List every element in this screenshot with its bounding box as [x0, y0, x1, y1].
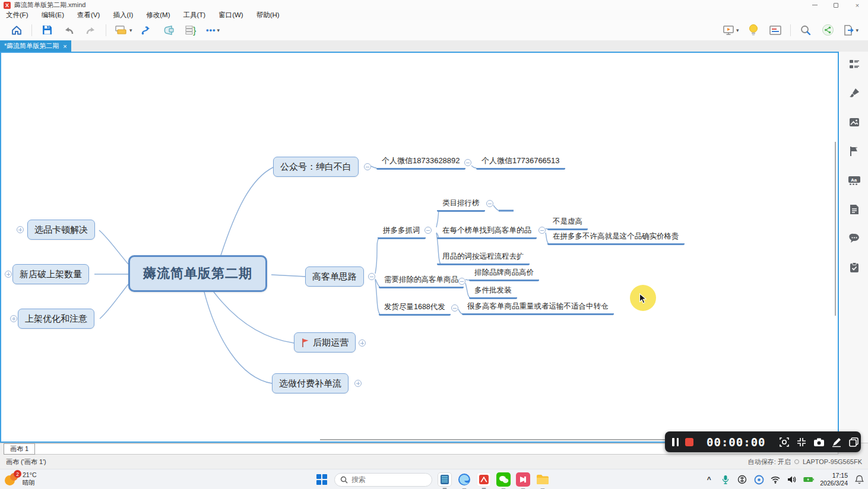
microphone-tray-icon[interactable]	[720, 474, 731, 485]
topic-shape-button[interactable]: ▾	[114, 23, 132, 38]
share-button[interactable]	[821, 23, 835, 38]
image-panel-button[interactable]	[848, 116, 861, 129]
home-button[interactable]	[9, 23, 24, 38]
collapse-toggle[interactable]	[364, 163, 371, 170]
topic-expand-keywords[interactable]: 用品的词按远程流程去扩	[437, 250, 530, 265]
search-button[interactable]	[799, 23, 813, 38]
format-panel-button[interactable]	[848, 87, 861, 100]
topic-exclude-brand[interactable]: 排除品牌商品高价	[469, 266, 539, 281]
notification-bell-icon[interactable]	[854, 474, 864, 485]
menu-help[interactable]: 帮助(H)	[256, 11, 280, 20]
collapse-toggle[interactable]	[17, 226, 24, 233]
restore-button[interactable]	[825, 0, 847, 10]
collapse-toggle[interactable]	[458, 278, 465, 285]
tab-close-icon[interactable]: ×	[63, 43, 66, 50]
collapse-toggle[interactable]	[5, 271, 12, 278]
screenshot-button[interactable]	[813, 436, 825, 448]
topic-later-operation[interactable]: 后期运营	[294, 332, 356, 353]
presentation-button[interactable]: ▾	[722, 23, 739, 38]
xmind-taskbar-icon[interactable]	[477, 472, 491, 487]
more-tools-button[interactable]: ••• ▾	[206, 23, 220, 38]
zoom-record-button[interactable]	[779, 436, 790, 448]
topic-left-2[interactable]: 新店破上架数量	[12, 264, 89, 284]
idea-button[interactable]	[746, 23, 761, 38]
weather-temp: 21°C	[23, 471, 36, 479]
minimize-button[interactable]	[804, 0, 825, 10]
topic-exclude-products[interactable]: 需要排除的高客单商品	[379, 274, 464, 288]
ime-tray-icon[interactable]	[737, 474, 747, 485]
volume-icon[interactable]	[787, 474, 797, 485]
record-zoom-icon	[779, 437, 790, 447]
menu-window[interactable]: 窗口(W)	[218, 11, 243, 20]
menu-edit[interactable]: 编辑(E)	[42, 11, 64, 20]
notes-panel-button[interactable]	[848, 203, 861, 216]
topic-paid-orders[interactable]: 选做付费补单流	[272, 373, 349, 393]
topic-wechat-account[interactable]: 公众号：绅白不白	[273, 157, 359, 177]
marker-panel-button[interactable]	[848, 145, 861, 158]
summary-button[interactable]: }	[184, 23, 198, 38]
sheet-tab-canvas1[interactable]: 画布 1	[4, 443, 35, 455]
menu-file[interactable]: 文件(F)	[6, 11, 28, 20]
collapse-toggle[interactable]	[538, 227, 546, 234]
collapse-toggle[interactable]	[354, 380, 362, 387]
topic-find-high-ticket[interactable]: 在每个榜单找到高客单的品	[437, 224, 537, 239]
redo-button[interactable]	[84, 23, 98, 38]
close-button[interactable]: ×	[847, 0, 868, 10]
tasks-panel-button[interactable]	[848, 261, 861, 274]
file-explorer-icon[interactable]	[536, 472, 550, 487]
relationship-button[interactable]	[140, 23, 154, 38]
taskbar-search[interactable]	[334, 473, 432, 487]
topic-really-expensive[interactable]: 在拼多多不许高就是这个品确实价格贵	[547, 230, 685, 245]
export-button[interactable]: ▾	[842, 23, 859, 38]
tray-overflow-button[interactable]: ^	[704, 474, 714, 485]
battery-icon[interactable]	[803, 474, 814, 485]
undo-button[interactable]	[62, 23, 76, 38]
app-ring-tray-icon[interactable]	[753, 474, 764, 485]
boundary-button[interactable]	[162, 23, 176, 38]
save-button[interactable]	[40, 23, 54, 38]
outline-panel-button[interactable]	[848, 58, 861, 71]
edge-browser-icon[interactable]	[457, 472, 471, 487]
search-input[interactable]	[351, 475, 417, 484]
topic-wechat-1[interactable]: 个人微信18733628892	[376, 154, 465, 170]
collapse-toggle[interactable]	[486, 200, 493, 207]
topic-category-ranking[interactable]: 类目排行榜	[437, 197, 485, 212]
menu-tools[interactable]: 工具(T)	[183, 11, 205, 20]
menu-insert[interactable]: 插入(I)	[113, 11, 133, 20]
collapse-toggle[interactable]	[368, 273, 375, 280]
collapse-toolbar-button[interactable]	[796, 436, 807, 448]
timeline-panel-button[interactable]	[768, 23, 783, 38]
topic-not-inflated[interactable]: 不是虚高	[547, 215, 588, 230]
window-select-button[interactable]	[848, 436, 859, 448]
collapse-toggle[interactable]	[451, 304, 458, 312]
collapse-toggle[interactable]	[464, 159, 471, 166]
wifi-icon[interactable]	[770, 474, 781, 485]
topic-wechat-2[interactable]: 个人微信17736766513	[476, 154, 565, 170]
taskbar-clock[interactable]: 17:15 2026/3/24	[820, 472, 848, 487]
label-panel-button[interactable]: Aa	[848, 174, 861, 187]
menu-view[interactable]: 查看(V)	[77, 11, 100, 20]
comments-panel-button[interactable]	[848, 232, 861, 245]
collapse-toggle[interactable]	[10, 315, 17, 322]
topic-left-3[interactable]: 上架优化和注意	[18, 309, 94, 329]
weather-widget[interactable]: 2 21°C 晴朗	[5, 471, 36, 487]
topic-high-ticket[interactable]: 高客单思路	[305, 266, 364, 287]
start-button[interactable]	[315, 472, 329, 487]
wechat-icon[interactable]	[496, 472, 511, 487]
topic-heavy-goods[interactable]: 很多高客单商品重量或者运输不适合中转仓	[462, 300, 614, 315]
collapse-toggle[interactable]	[425, 227, 432, 234]
topic-bulk-pack[interactable]: 多件批发装	[469, 284, 517, 299]
notes-app-icon[interactable]	[438, 472, 452, 487]
pause-recording-button[interactable]	[672, 436, 679, 448]
central-topic[interactable]: 薅流简单版第二期	[128, 255, 267, 292]
menu-modify[interactable]: 修改(M)	[146, 11, 170, 20]
topic-pdd-keywords[interactable]: 拼多多抓词	[378, 224, 426, 239]
tab-document[interactable]: *薅流简单版第二期 ×	[0, 40, 71, 52]
video-app-icon[interactable]	[516, 472, 530, 487]
topic-1688-dropship[interactable]: 发货尽量1688代发	[379, 301, 451, 316]
collapse-toggle[interactable]	[359, 339, 366, 347]
stop-recording-button[interactable]	[685, 436, 693, 448]
draw-button[interactable]	[831, 436, 842, 448]
vertical-scrollbar[interactable]	[835, 142, 836, 316]
topic-left-1[interactable]: 选品卡顿解决	[27, 220, 95, 240]
